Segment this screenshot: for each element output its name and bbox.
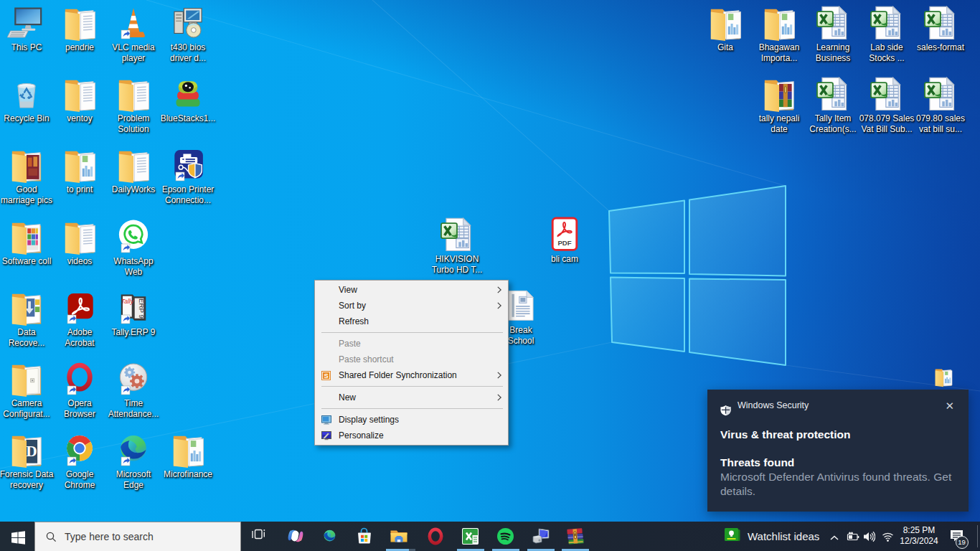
svg-text:S: S — [324, 372, 328, 380]
